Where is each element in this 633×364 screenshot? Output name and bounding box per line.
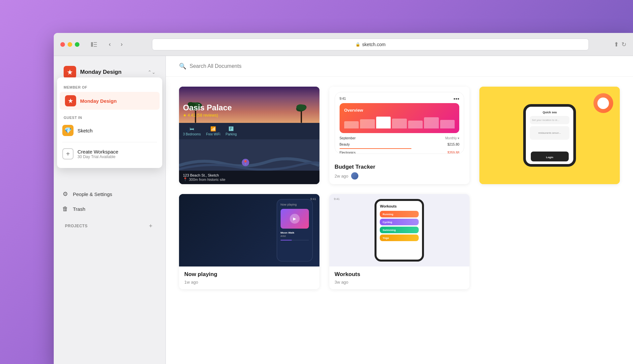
svg-rect-2: [94, 44, 97, 45]
now-playing-time: 1w ago: [184, 280, 198, 285]
gear-icon: ⚙: [62, 190, 69, 198]
trash-label: Trash: [73, 206, 85, 212]
address-line2: 📍300m from historic site: [183, 177, 316, 182]
create-workspace-icon: +: [62, 148, 74, 159]
travel-amenities: 🛏 3 Bedrooms 📶 Free WiFi 🅿 Parking: [179, 123, 319, 139]
maximize-button[interactable]: [75, 42, 79, 47]
budget-overview-label: Overview: [344, 108, 455, 113]
workspace-name: Monday Design: [80, 69, 144, 75]
documents-grid: Oasis Palace ★ 4.41 (58 reviews) 🛏 3 Bed…: [166, 77, 633, 299]
document-card-faster-food[interactable]: Quick sea Set your location to st... res…: [479, 87, 620, 184]
wifi-icon: 📶: [210, 126, 216, 131]
sketch-workspace-icon: 💎: [62, 125, 74, 136]
bed-icon: 🛏: [190, 126, 194, 131]
address-bar[interactable]: 🔒 sketch.com: [152, 39, 589, 50]
back-button[interactable]: ‹: [105, 39, 115, 50]
budget-tracker-avatar: [351, 172, 358, 180]
bar-6: [424, 117, 439, 128]
budget-tracker-thumbnail: 9:41 ●●● Overview: [329, 87, 470, 159]
bar-7: [440, 120, 455, 128]
people-settings-label: People & Settings: [73, 191, 112, 197]
document-card-budget-tracker[interactable]: 9:41 ●●● Overview: [329, 87, 470, 184]
bar-1: [344, 121, 359, 128]
create-workspace-title: Create Workspace: [77, 149, 118, 154]
wifi-amenity: 📶 Free WiFi: [206, 126, 220, 136]
search-bar: 🔍: [166, 56, 633, 77]
budget-tracker-title: Budget Tracker: [335, 164, 465, 170]
reload-icon[interactable]: ↻: [621, 41, 626, 48]
projects-section-header: PROJECTS +: [57, 218, 162, 232]
budget-tracker-meta: 2w ago: [335, 172, 465, 180]
bedrooms-amenity: 🛏 3 Bedrooms: [183, 126, 201, 136]
main-area: Monday Design ⌃⌄ MEMBER OF Monday Design…: [54, 56, 633, 364]
document-card-travel-app[interactable]: Oasis Palace ★ 4.41 (58 reviews) 🛏 3 Bed…: [179, 87, 319, 184]
create-workspace-item[interactable]: + Create Workspace 30 Day Trial Availabl…: [57, 145, 162, 163]
budget-tracker-info: Budget Tracker 2w ago: [329, 159, 470, 184]
now-playing-meta: 1w ago: [184, 280, 314, 285]
budget-row-electronics: Electronics$359.88: [340, 151, 460, 154]
wifi-label: Free WiFi: [206, 132, 220, 136]
active-workspace-item[interactable]: Monday Design: [60, 92, 160, 110]
workspace-dropdown: MEMBER OF Monday Design GUEST IN 💎 Sketc…: [57, 77, 162, 168]
bar-2: [360, 119, 375, 128]
svg-rect-3: [94, 46, 97, 47]
add-project-button[interactable]: +: [147, 222, 154, 230]
now-playing-thumbnail: 9:41 Now playing ▶ Moon Walk Artist: [179, 194, 319, 266]
url-text: sketch.com: [362, 42, 386, 47]
sketch-workspace-item[interactable]: 💎 Sketch: [57, 122, 162, 139]
sidebar: Monday Design ⌃⌄ MEMBER OF Monday Design…: [54, 56, 166, 364]
address-line1: 123 Beach St., Sketch: [183, 173, 316, 177]
document-card-now-playing[interactable]: 9:41 Now playing ▶ Moon Walk Artist: [179, 194, 319, 289]
create-workspace-subtitle: 30 Day Trial Available: [77, 154, 118, 159]
bar-4: [392, 119, 407, 128]
workspace-icon: [64, 66, 76, 78]
workouts-thumbnail: 9:41 Workouts Running Cycling: [329, 194, 470, 266]
hotel-rating: ★ 4.41 (58 reviews): [183, 113, 232, 118]
parking-amenity: 🅿 Parking: [226, 126, 237, 136]
travel-app-thumbnail: Oasis Palace ★ 4.41 (58 reviews) 🛏 3 Bed…: [179, 87, 319, 184]
lock-icon: 🔒: [355, 42, 360, 47]
content-area: 🔍: [166, 56, 633, 364]
guest-in-label: GUEST IN: [57, 113, 162, 122]
member-of-label: MEMBER OF: [57, 83, 162, 91]
traffic-lights: [60, 42, 79, 47]
travel-address: 123 Beach St., Sketch 📍300m from histori…: [179, 171, 319, 184]
svg-rect-1: [94, 42, 97, 43]
nav-buttons: ‹ ›: [105, 39, 127, 50]
minimize-button[interactable]: [68, 42, 72, 47]
workouts-title: Workouts: [335, 271, 465, 278]
search-input[interactable]: [190, 63, 620, 69]
workouts-meta: 3w ago: [335, 280, 465, 285]
trash-icon: 🗑: [62, 206, 69, 212]
svg-rect-0: [91, 42, 93, 47]
sidebar-toggle-button[interactable]: [89, 39, 99, 50]
budget-header-card: Overview: [340, 103, 460, 133]
browser-actions: ⬆ ↻: [614, 41, 626, 48]
travel-header-image: Oasis Palace ★ 4.41 (58 reviews): [179, 87, 319, 123]
budget-rows: Beauty$215.80 Electronics$359.88: [340, 143, 460, 154]
forward-button[interactable]: ›: [116, 39, 127, 50]
sidebar-item-trash[interactable]: 🗑 Trash: [57, 202, 162, 216]
workouts-info: Workouts 3w ago: [329, 266, 470, 289]
faster-food-thumbnail: Quick sea Set your location to st... res…: [479, 87, 620, 184]
parking-label: Parking: [226, 132, 237, 136]
share-icon[interactable]: ⬆: [614, 41, 619, 48]
now-playing-title: Now playing: [184, 271, 314, 278]
title-bar: ‹ › 🔒 sketch.com ⬆ ↻: [54, 33, 633, 56]
bar-3: [376, 117, 391, 128]
chevron-updown-icon: ⌃⌄: [148, 70, 156, 75]
active-workspace-icon: [65, 95, 76, 106]
budget-month: September: [340, 136, 356, 140]
sidebar-item-people[interactable]: ⚙ People & Settings: [57, 187, 162, 201]
sidebar-section: ⚙ People & Settings 🗑 Trash PROJECTS +: [54, 187, 166, 232]
workouts-time: 3w ago: [335, 280, 348, 285]
document-card-workouts[interactable]: 9:41 Workouts Running Cycling: [329, 194, 470, 289]
close-button[interactable]: [60, 42, 65, 47]
browser-window: ‹ › 🔒 sketch.com ⬆ ↻ Monday Design ⌃⌄: [54, 33, 633, 364]
svg-text:📍: 📍: [243, 160, 248, 165]
dropdown-divider: [62, 142, 157, 142]
budget-row-beauty: Beauty$215.80: [340, 143, 460, 146]
active-workspace-name: Monday Design: [80, 98, 117, 104]
hotel-name: Oasis Palace: [183, 103, 232, 112]
create-workspace-text: Create Workspace 30 Day Trial Available: [77, 149, 118, 159]
